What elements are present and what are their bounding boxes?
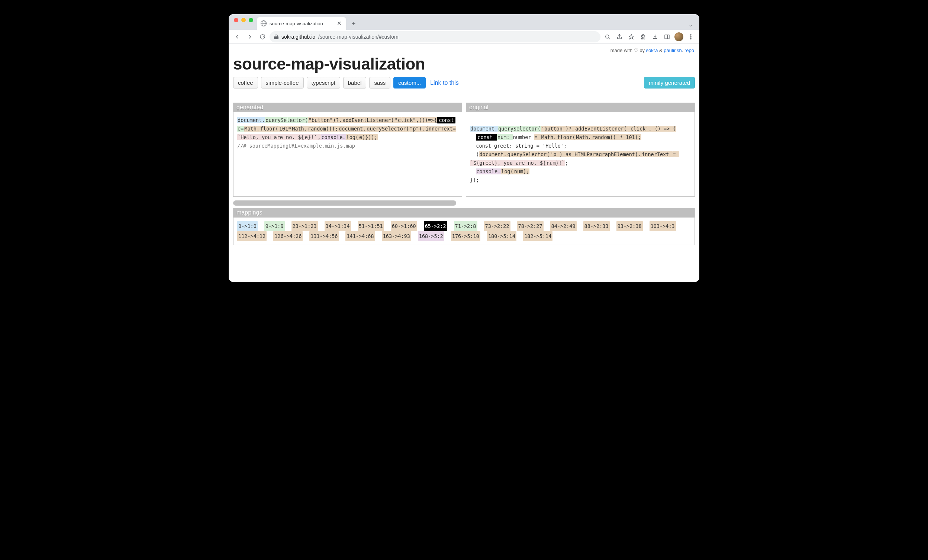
mapping-item[interactable]: 34->1:34 (325, 221, 351, 231)
gen-seg[interactable]: 101* (279, 126, 292, 132)
mapping-item[interactable]: 84->2:49 (550, 221, 577, 231)
orig-seg[interactable]: 'p') as HTMLParagraphElement). (550, 151, 641, 157)
gen-seg[interactable]: document. (237, 117, 265, 123)
menu-button[interactable] (685, 31, 696, 43)
typescript-button[interactable]: typescript (307, 77, 340, 89)
credits-link-paulirish[interactable]: paulirish (664, 47, 682, 53)
mapping-item[interactable]: 141->4:68 (345, 231, 375, 241)
mapping-item[interactable]: 88->2:33 (583, 221, 610, 231)
orig-seg[interactable]: console. (476, 168, 501, 174)
mapping-item[interactable]: 93->2:38 (617, 221, 643, 231)
orig-seg[interactable]: num); (514, 168, 530, 174)
orig-seg[interactable]: innerText (641, 151, 672, 157)
orig-seg[interactable]: = (534, 134, 541, 140)
credits-link-repo[interactable]: repo (684, 47, 694, 53)
reload-button[interactable] (257, 31, 268, 43)
orig-seg[interactable]: 'click', () => { (627, 126, 676, 132)
orig-seg[interactable]: * 101); (620, 134, 641, 140)
forward-button[interactable] (244, 31, 255, 43)
sidepanel-icon[interactable] (661, 31, 673, 43)
gen-seg[interactable]: console. (321, 134, 346, 140)
mapping-item[interactable]: 78->2:27 (517, 221, 543, 231)
gen-seg[interactable]: innerText= (425, 126, 456, 132)
downloads-icon[interactable] (650, 31, 661, 43)
orig-seg[interactable]: random() (592, 134, 620, 140)
mapping-item[interactable]: 112->4:12 (237, 231, 267, 241)
orig-seg[interactable]: log( (501, 168, 514, 174)
orig-seg[interactable]: addEventListener( (575, 126, 627, 132)
new-tab-button[interactable]: + (348, 18, 359, 29)
close-window-button[interactable] (234, 18, 238, 22)
custom-button[interactable]: custom... (393, 77, 426, 89)
mapping-item[interactable]: 163->4:93 (382, 231, 411, 241)
gen-seg[interactable]: Math. (244, 126, 260, 132)
bookmark-icon[interactable] (626, 31, 637, 43)
mapping-item[interactable]: 9->1:9 (264, 221, 285, 231)
orig-seg[interactable]: Math. (541, 134, 557, 140)
link-to-this[interactable]: Link to this (430, 79, 458, 86)
mapping-item[interactable]: 103->4:3 (650, 221, 676, 231)
orig-seg[interactable]: Math. (575, 134, 592, 140)
orig-line[interactable]: }); (470, 177, 479, 183)
gen-seg[interactable]: document. (338, 126, 366, 132)
gen-seg[interactable]: floor( (260, 126, 279, 132)
orig-seg[interactable]: `${greet}, you are no. ${ (470, 160, 546, 166)
generated-code[interactable]: document.querySelector("button")?.addEve… (234, 112, 462, 154)
sass-button[interactable]: sass (369, 77, 391, 89)
gen-seg[interactable]: e= (237, 126, 244, 132)
orig-seg[interactable]: 'button')?. (541, 126, 575, 132)
mapping-item[interactable]: 23->1:23 (292, 221, 318, 231)
extensions-icon[interactable] (638, 31, 649, 43)
minimize-window-button[interactable] (241, 18, 246, 22)
mapping-item[interactable]: 51->1:51 (358, 221, 384, 231)
mapping-item[interactable]: 73->2:22 (484, 221, 510, 231)
orig-seg[interactable]: num}!` (546, 160, 565, 166)
mapping-item[interactable]: 182->5:14 (523, 231, 553, 241)
back-button[interactable] (232, 31, 243, 43)
gen-seg[interactable]: addEventListener( (342, 117, 394, 123)
address-bar[interactable]: sokra.github.io/source-map-visualization… (270, 31, 600, 43)
gen-seg[interactable]: querySelector( (265, 117, 308, 123)
orig-seg[interactable]: querySelector( (507, 151, 550, 157)
gen-seg[interactable]: e}!` (304, 134, 317, 140)
profile-avatar[interactable] (673, 31, 684, 43)
orig-seg[interactable]: querySelector( (498, 126, 541, 132)
mapping-item[interactable]: 71->2:8 (454, 221, 478, 231)
gen-seg[interactable]: random()); (307, 126, 338, 132)
gen-seg[interactable]: querySelector( (366, 126, 409, 132)
mapping-item[interactable]: 126->4:26 (273, 231, 303, 241)
gen-seg[interactable]: log( (346, 134, 359, 140)
orig-seg[interactable]: floor( (557, 134, 576, 140)
gen-seg[interactable]: "p"). (409, 126, 425, 132)
orig-seg[interactable]: document. (479, 151, 507, 157)
gen-seg[interactable]: e)})); (359, 134, 378, 140)
simple-coffee-button[interactable]: simple-coffee (261, 77, 304, 89)
mapping-item[interactable]: 180->5:14 (487, 231, 516, 241)
orig-seg[interactable]: = (672, 151, 679, 157)
browser-tab[interactable]: source-map-visualization ✕ (257, 17, 346, 30)
coffee-button[interactable]: coffee (233, 77, 258, 89)
orig-seg[interactable]: document. (470, 126, 498, 132)
credits-link-sokra[interactable]: sokra (646, 47, 658, 53)
orig-seg[interactable]: num: (497, 134, 513, 140)
tabs-dropdown-button[interactable]: ⌄ (685, 22, 696, 30)
share-icon[interactable] (614, 31, 625, 43)
maximize-window-button[interactable] (249, 18, 253, 22)
gen-seg[interactable]: , (317, 134, 321, 140)
original-code[interactable]: document.querySelector('button')?.addEve… (466, 112, 694, 196)
orig-seg-selected[interactable]: const (476, 134, 497, 140)
gen-seg[interactable]: `Hello, you are no. ${ (237, 134, 304, 140)
orig-line[interactable]: const greet: string = 'Hello'; (470, 143, 566, 149)
mapping-item[interactable]: 176->5:10 (451, 231, 480, 241)
orig-seg[interactable]: number (513, 134, 534, 140)
search-icon[interactable] (602, 31, 613, 43)
babel-button[interactable]: babel (343, 77, 366, 89)
mapping-item[interactable]: 0->1:0 (237, 221, 258, 231)
gen-seg-selected[interactable]: const (437, 117, 455, 124)
mapping-item[interactable]: 65->2:2 (424, 221, 447, 231)
horizontal-scrollbar[interactable] (233, 200, 456, 206)
minify-generated-button[interactable]: minify generated (644, 77, 695, 89)
gen-seg[interactable]: "button")?. (308, 117, 342, 123)
mapping-item[interactable]: 131->4:56 (309, 231, 339, 241)
mapping-item[interactable]: 168->5:2 (418, 231, 444, 241)
